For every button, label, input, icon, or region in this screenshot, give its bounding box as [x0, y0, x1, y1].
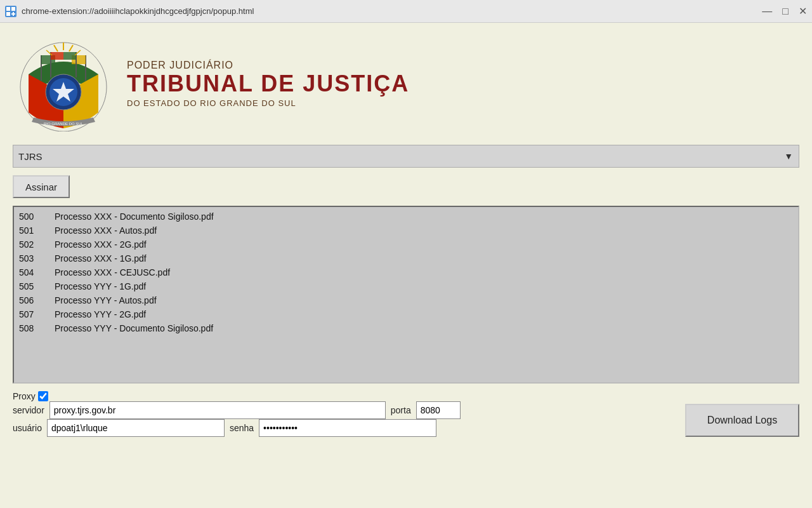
file-num: 504 — [19, 267, 44, 277]
file-name: Processo XXX - 2G.pdf — [55, 239, 147, 250]
file-list-container: 500Processo XXX - Documento Sigiloso.pdf… — [13, 206, 799, 384]
window-controls: — □ ✕ — [762, 6, 807, 17]
file-list-item[interactable]: 501Processo XXX - Autos.pdf — [14, 224, 798, 237]
senha-label: senha — [230, 423, 254, 433]
main-content: RIO GRANDE DO SUL PODER JUDICIÁRIO TRIBU… — [0, 23, 812, 508]
porta-input[interactable] — [416, 401, 461, 419]
proxy-usuario-row: usuário senha — [13, 419, 675, 437]
title-bar: chrome-extension://adoiiiihclapokkinjdhc… — [0, 0, 812, 23]
bottom-section: Proxy servidor porta usuário senha Downl… — [13, 391, 799, 437]
tribunal-dropdown-container: TJRS ▼ — [13, 145, 799, 168]
file-name: Processo XXX - Autos.pdf — [55, 225, 157, 236]
file-name: Processo XXX - CEJUSC.pdf — [55, 267, 170, 277]
proxy-section: Proxy servidor porta usuário senha — [13, 391, 675, 437]
proxy-checkbox[interactable] — [38, 391, 48, 401]
tribunal-select[interactable]: TJRS — [13, 145, 799, 168]
minimize-button[interactable]: — — [762, 6, 772, 17]
extension-icon — [5, 6, 16, 17]
file-name: Processo YYY - Documento Sigiloso.pdf — [55, 323, 213, 333]
file-num: 505 — [19, 281, 44, 291]
file-name: Processo YYY - 1G.pdf — [55, 281, 146, 291]
svg-text:RIO GRANDE DO SUL: RIO GRANDE DO SUL — [44, 122, 84, 126]
svg-rect-3 — [6, 12, 10, 16]
maximize-button[interactable]: □ — [782, 6, 789, 17]
file-num: 508 — [19, 323, 44, 333]
file-list-item[interactable]: 504Processo XXX - CEJUSC.pdf — [14, 265, 798, 279]
header-state: DO ESTADO DO RIO GRANDE DO SUL — [127, 98, 409, 108]
file-list-item[interactable]: 508Processo YYY - Documento Sigiloso.pdf — [14, 321, 798, 335]
senha-input[interactable] — [259, 419, 436, 437]
file-num: 503 — [19, 253, 44, 264]
coat-of-arms-icon: RIO GRANDE DO SUL — [16, 36, 111, 131]
header-subtitle: PODER JUDICIÁRIO — [127, 60, 409, 71]
logo-area: RIO GRANDE DO SUL — [13, 33, 114, 135]
file-num: 507 — [19, 309, 44, 319]
usuario-input[interactable] — [47, 419, 225, 437]
usuario-label: usuário — [13, 423, 42, 433]
header-text: PODER JUDICIÁRIO TRIBUNAL DE JUSTIÇA DO … — [127, 60, 409, 109]
assinar-button-row: Assinar — [13, 175, 799, 198]
header-title: TRIBUNAL DE JUSTIÇA — [127, 71, 409, 97]
file-list-item[interactable]: 502Processo XXX - 2G.pdf — [14, 237, 798, 251]
assinar-button[interactable]: Assinar — [13, 175, 70, 198]
file-num: 502 — [19, 239, 44, 250]
header: RIO GRANDE DO SUL PODER JUDICIÁRIO TRIBU… — [13, 33, 799, 135]
svg-rect-2 — [11, 7, 15, 11]
svg-rect-15 — [63, 52, 76, 60]
file-name: Processo YYY - 2G.pdf — [55, 309, 146, 319]
file-list[interactable]: 500Processo XXX - Documento Sigiloso.pdf… — [14, 207, 798, 382]
close-button[interactable]: ✕ — [799, 6, 807, 17]
file-list-item[interactable]: 507Processo YYY - 2G.pdf — [14, 307, 798, 321]
file-name: Processo YYY - Autos.pdf — [55, 295, 157, 305]
file-num: 500 — [19, 211, 44, 222]
proxy-label: Proxy — [13, 391, 36, 401]
servidor-label: servidor — [13, 405, 44, 415]
file-name: Processo XXX - Documento Sigiloso.pdf — [55, 211, 214, 222]
file-name: Processo XXX - 1G.pdf — [55, 253, 147, 264]
proxy-servidor-row: servidor porta — [13, 401, 675, 419]
servidor-input[interactable] — [49, 401, 386, 419]
url-label: chrome-extension://adoiiiihclapokkinjdhc… — [22, 6, 752, 16]
svg-rect-11 — [51, 52, 63, 60]
proxy-row: Proxy — [13, 391, 675, 401]
download-logs-button[interactable]: Download Logs — [685, 404, 799, 437]
file-num: 506 — [19, 295, 44, 305]
file-list-item[interactable]: 505Processo YYY - 1G.pdf — [14, 279, 798, 293]
file-list-item[interactable]: 503Processo XXX - 1G.pdf — [14, 251, 798, 265]
file-list-item[interactable]: 506Processo YYY - Autos.pdf — [14, 293, 798, 307]
porta-label: porta — [391, 405, 411, 415]
file-num: 501 — [19, 225, 44, 236]
file-list-item[interactable]: 500Processo XXX - Documento Sigiloso.pdf — [14, 210, 798, 224]
svg-rect-1 — [6, 7, 10, 11]
